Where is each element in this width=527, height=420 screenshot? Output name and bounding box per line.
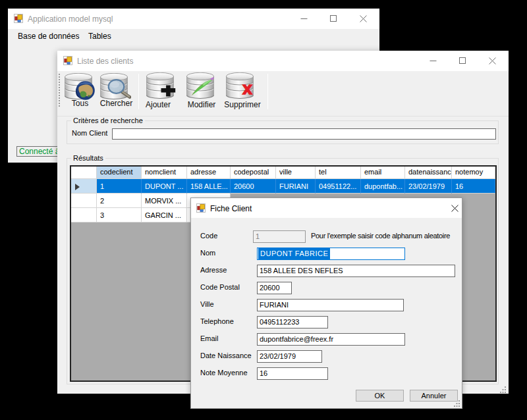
svg-text:x: x <box>242 78 252 97</box>
